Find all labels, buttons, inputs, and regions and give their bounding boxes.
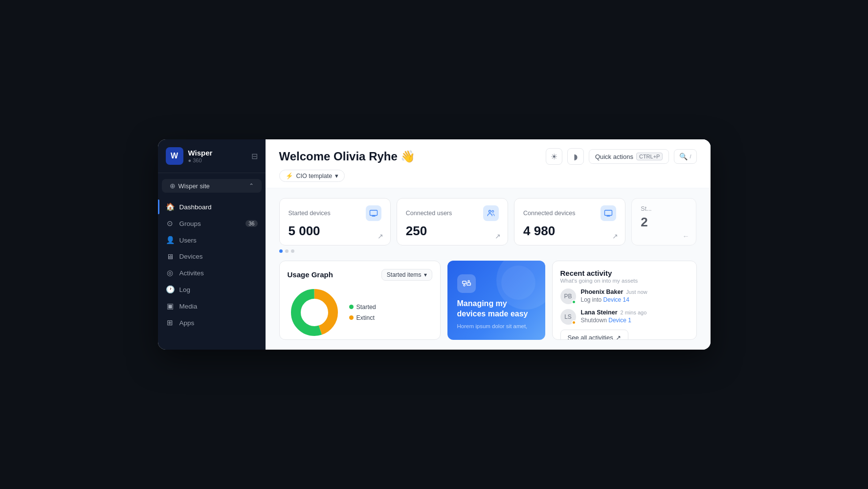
sidebar-item-media[interactable]: ▣ Media [158, 298, 266, 314]
activity-time: Just now [626, 289, 647, 295]
stat-label-started-devices: Started devices [289, 210, 331, 217]
activity-item: PB Phoenix Baker Just now Log into Devic… [560, 289, 689, 304]
away-status-dot [572, 320, 576, 325]
sidebar-item-groups[interactable]: ⊙ Groups 36 [158, 215, 266, 232]
dot-3[interactable] [291, 249, 294, 253]
legend-item-started: Started [349, 304, 376, 311]
dot-2[interactable] [285, 249, 289, 253]
stat-card-connected-users: Connected users 250 ↗ [397, 198, 508, 245]
groups-badge: 36 [245, 220, 257, 227]
sidebar-item-label: Users [179, 237, 197, 244]
header-actions: ☀ ◗ Quick actions CTRL+P 🔍 / [546, 148, 697, 165]
activity-subtitle: What's going on into my assets [560, 278, 689, 284]
avatar: PB [560, 289, 576, 304]
workspace-chevron-icon: ⌃ [249, 182, 254, 189]
stat-card-connected-devices: Connected devices 4 980 ↗ [514, 198, 625, 245]
page-header: Welcome Olivia Ryhe 👋 ☀ ◗ Quick actions … [266, 139, 711, 188]
devices-icon: 🖥 [166, 252, 175, 261]
promo-title: Managing my devices made easy [457, 299, 535, 319]
activity-item: LS Lana Steiner 2 mins ago Shutdown Devi… [560, 309, 689, 325]
stat-value-connected-users: 250 [406, 224, 499, 238]
users-icon: 👤 [166, 236, 175, 244]
stat-label-partial: St... [641, 205, 651, 212]
svg-point-10 [467, 281, 469, 282]
svg-point-6 [301, 299, 328, 326]
chart-legend: Started Extinct [349, 304, 376, 321]
sun-icon[interactable]: ☀ [546, 148, 562, 165]
sidebar-item-devices[interactable]: 🖥 Devices [158, 248, 266, 265]
page-content: Started devices 5 000 ↗ Connected users [266, 188, 711, 350]
workspace-label: Wisper site [170, 182, 210, 190]
header-top-row: Welcome Olivia Ryhe 👋 ☀ ◗ Quick actions … [279, 148, 697, 165]
see-all-label: See all activities [568, 334, 613, 340]
stat-arrow-started-devices[interactable]: ↗ [378, 232, 383, 240]
sidebar-item-log[interactable]: 🕐 Log [158, 281, 266, 298]
quick-actions-button[interactable]: Quick actions CTRL+P [589, 149, 669, 164]
promo-card: Managing my devices made easy Horem ipsu… [447, 261, 545, 340]
stat-value-started-devices: 5 000 [289, 224, 381, 238]
template-button[interactable]: ⚡ CIO template ▾ [279, 170, 345, 182]
carousel-dots [279, 249, 697, 253]
media-icon: ▣ [166, 302, 175, 311]
partial-back-arrow[interactable]: ← [682, 232, 689, 240]
svg-point-9 [463, 285, 465, 286]
app-name: Wisper [188, 149, 213, 157]
graph-body: Started Extinct [288, 286, 432, 339]
sidebar-item-users[interactable]: 👤 Users [158, 232, 266, 248]
graph-filter-button[interactable]: Started items ▾ [381, 269, 432, 281]
online-status-dot [572, 300, 576, 304]
workspace-selector[interactable]: Wisper site ⌃ [162, 179, 262, 193]
activity-device-link[interactable]: Device 1 [608, 317, 631, 324]
page-title: Welcome Olivia Ryhe 👋 [279, 150, 416, 163]
sidebar: W Wisper ● 360 ⊟ Wisper site ⌃ 🏠 Dashboa… [158, 139, 266, 350]
sidebar-logo: W Wisper ● 360 ⊟ [158, 147, 266, 173]
nav-menu: 🏠 Dashboard ⊙ Groups 36 👤 Users 🖥 Device… [158, 199, 266, 331]
bottom-row: Usage Graph Started items ▾ [279, 261, 697, 340]
stat-label-connected-users: Connected users [406, 210, 452, 217]
sidebar-item-apps[interactable]: ⊞ Apps [158, 314, 266, 331]
search-shortcut: / [690, 154, 691, 159]
stat-card-partial: St... 2 ← [631, 198, 696, 245]
usage-graph-card: Usage Graph Started items ▾ [279, 261, 441, 340]
svg-rect-0 [370, 210, 377, 216]
activity-title: Recent activity [560, 269, 689, 277]
sidebar-item-label: Devices [179, 253, 203, 260]
stat-arrow-connected-users[interactable]: ↗ [495, 232, 501, 240]
legend-label-extinct: Extinct [356, 314, 375, 321]
stat-label-connected-devices: Connected devices [523, 210, 575, 217]
pages-icon[interactable]: ⊟ [251, 152, 258, 161]
search-icon: 🔍 [679, 153, 688, 160]
stat-card-started-devices: Started devices 5 000 ↗ [279, 198, 391, 245]
activity-time: 2 mins ago [621, 310, 647, 315]
activities-icon: ◎ [166, 268, 175, 277]
search-button[interactable]: 🔍 / [674, 149, 696, 164]
connected-users-icon [483, 205, 499, 221]
legend-item-extinct: Extinct [349, 314, 376, 321]
main-content: Welcome Olivia Ryhe 👋 ☀ ◗ Quick actions … [266, 139, 711, 350]
moon-icon[interactable]: ◗ [567, 148, 584, 165]
shortcut-badge: CTRL+P [636, 153, 663, 160]
stat-arrow-connected-devices[interactable]: ↗ [612, 232, 618, 240]
sidebar-item-activities[interactable]: ◎ Activites [158, 265, 266, 281]
sidebar-item-label: Media [179, 303, 198, 310]
activity-description: Log into Device 14 [581, 296, 689, 303]
started-dot [349, 305, 354, 309]
logo-icon: W [166, 147, 183, 165]
activity-device-link[interactable]: Device 14 [603, 296, 629, 303]
app-window: W Wisper ● 360 ⊟ Wisper site ⌃ 🏠 Dashboa… [158, 139, 711, 350]
activity-username: Lana Steiner [581, 309, 618, 316]
template-chevron-icon: ▾ [335, 172, 338, 179]
app-version: ● 360 [188, 157, 213, 163]
sidebar-item-label: Log [179, 286, 191, 293]
see-all-activities-button[interactable]: See all activities ↗ [560, 330, 628, 340]
stat-value-partial: 2 [641, 215, 687, 229]
svg-rect-7 [462, 281, 466, 284]
filter-chevron-icon: ▾ [424, 271, 427, 278]
see-all-arrow-icon: ↗ [616, 334, 621, 340]
promo-text: Horem ipsum dolor sit amet, [457, 322, 535, 330]
graph-title: Usage Graph [288, 270, 333, 279]
groups-icon: ⊙ [166, 219, 175, 228]
graph-filter-label: Started items [387, 271, 422, 278]
sidebar-item-dashboard[interactable]: 🏠 Dashboard [158, 199, 266, 215]
dot-1[interactable] [279, 249, 283, 253]
